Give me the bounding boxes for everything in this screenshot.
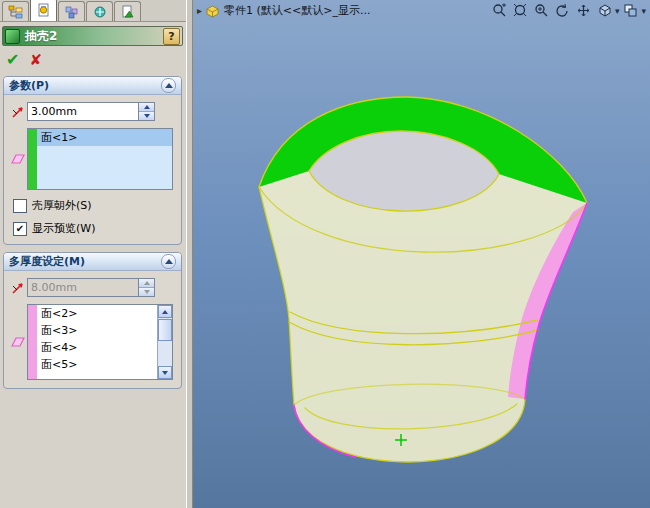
property-manager-panel: 抽壳2 ? ✔ ✘ 参数(P) (0, 0, 186, 508)
dimxpertmanager-icon (92, 5, 108, 19)
solidworks-window: 抽壳2 ? ✔ ✘ 参数(P) (0, 0, 650, 508)
show-preview-checkbox[interactable]: ✔ 显示预览(W) (13, 221, 176, 236)
face-select-icon (9, 150, 27, 168)
manager-tab-strip (0, 0, 186, 22)
display-style-icon[interactable] (596, 3, 614, 19)
scroll-down-button[interactable] (158, 366, 172, 379)
part-document-icon (205, 4, 220, 18)
multi-thickness-group-header[interactable]: 多厚度设定(M) (4, 253, 181, 271)
shell-thickness-input[interactable] (28, 103, 138, 120)
selection-color-bar (28, 129, 37, 189)
multi-thickness-header-label: 多厚度设定(M) (9, 254, 161, 269)
shell-feature-icon (5, 29, 20, 44)
checkbox-box (13, 199, 27, 213)
checkbox-box: ✔ (13, 222, 27, 236)
thickness-dimension-icon (9, 103, 27, 121)
panel-splitter[interactable] (186, 0, 193, 508)
propertymanager-icon (36, 3, 52, 17)
zoom-area-icon[interactable] (491, 3, 509, 19)
multi-thickness-spinbox (27, 278, 155, 297)
featuremanager-tree-icon (8, 5, 24, 19)
thickness-dimension-icon (9, 279, 27, 297)
view-orientation-icon[interactable] (622, 3, 640, 19)
dimxpertmanager-tab[interactable] (86, 1, 113, 21)
feature-title: 抽壳2 (25, 28, 163, 45)
shell-outward-checkbox[interactable]: 壳厚朝外(S) (13, 198, 176, 213)
multi-thickness-group: 多厚度设定(M) (3, 252, 182, 389)
zoom-in-out-icon[interactable] (533, 3, 551, 19)
propertymanager-tab[interactable] (30, 0, 57, 21)
pan-view-icon[interactable] (575, 3, 593, 19)
configurationmanager-icon (64, 5, 80, 19)
view-orientation-caret-icon[interactable]: ▾ (641, 6, 646, 16)
parameters-group-header[interactable]: 参数(P) (4, 77, 181, 95)
face-list-item[interactable]: 面<3> (37, 322, 158, 339)
face-list-item[interactable]: 面<2> (37, 305, 158, 322)
collapse-chevron-icon (161, 78, 176, 93)
feature-title-bar: 抽壳2 ? (2, 26, 183, 46)
configurationmanager-tab[interactable] (58, 1, 85, 21)
multi-thickness-faces-listbox[interactable]: 面<2> 面<3> 面<4> 面<5> (27, 304, 173, 380)
zoom-fit-icon[interactable] (512, 3, 530, 19)
thickness-decrease-button[interactable] (139, 112, 154, 120)
rotate-view-icon[interactable] (554, 3, 572, 19)
face-list-item[interactable]: 面<4> (37, 339, 158, 356)
face-list-item[interactable]: 面<1> (37, 129, 172, 146)
flyout-featuremanager-icon[interactable]: ▸ (197, 5, 202, 16)
collapse-chevron-icon (161, 254, 176, 269)
featuremanager-tree-tab[interactable] (2, 1, 29, 21)
scroll-up-button[interactable] (158, 305, 172, 318)
parameters-group: 参数(P) (3, 76, 182, 245)
document-title: 零件1 (默认<<默认>_显示... (224, 3, 491, 18)
multi-thickness-color-bar (28, 305, 37, 379)
displaymanager-tab[interactable] (114, 1, 141, 21)
model-canvas[interactable] (193, 0, 650, 508)
displaymanager-icon (120, 5, 136, 19)
display-style-caret-icon[interactable]: ▾ (615, 6, 620, 16)
confirm-bar: ✔ ✘ (6, 50, 42, 70)
ok-button[interactable]: ✔ (6, 52, 19, 68)
view-toolbar: ▾ ▾ (491, 3, 646, 19)
scroll-track[interactable] (158, 342, 172, 366)
thickness-increase-button[interactable] (139, 103, 154, 112)
multi-thickness-increase-button (139, 279, 154, 288)
help-button[interactable]: ? (163, 28, 180, 45)
shell-thickness-spinbox (27, 102, 155, 121)
checkbox-label: 壳厚朝外(S) (32, 198, 92, 213)
multi-thickness-input (28, 279, 138, 296)
parameters-header-label: 参数(P) (9, 78, 161, 93)
face-list-scrollbar (157, 305, 172, 379)
faces-to-remove-listbox[interactable]: 面<1> (27, 128, 173, 190)
checkbox-label: 显示预览(W) (32, 221, 95, 236)
scroll-thumb[interactable] (158, 319, 172, 341)
cancel-button[interactable]: ✘ (29, 53, 42, 68)
face-select-icon (9, 333, 27, 351)
graphics-area[interactable]: ▸ 零件1 (默认<<默认>_显示... (193, 0, 650, 508)
face-list-item[interactable]: 面<5> (37, 356, 158, 373)
multi-thickness-decrease-button (139, 288, 154, 296)
viewport-header: ▸ 零件1 (默认<<默认>_显示... (197, 2, 646, 19)
